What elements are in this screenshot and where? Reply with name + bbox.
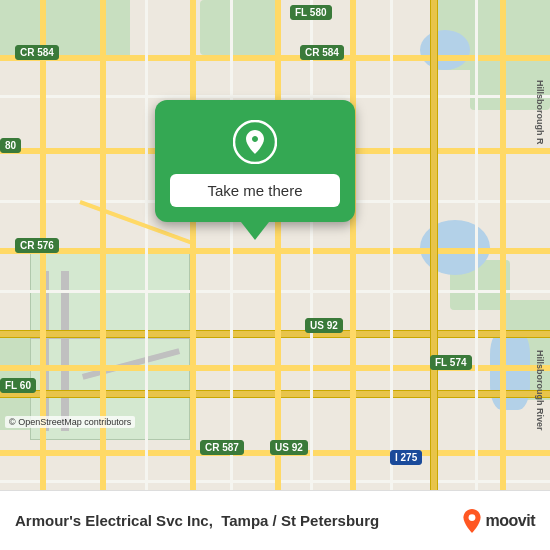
road-v5 (350, 0, 356, 490)
road-label-fl574: FL 574 (430, 355, 472, 370)
road-label-us92-right: US 92 (305, 318, 343, 333)
moovit-text: moovit (486, 512, 535, 530)
road-label-cr584-left: CR 584 (15, 45, 59, 60)
green-area (200, 0, 280, 55)
road-v4 (275, 0, 281, 490)
road-minor-v2 (230, 0, 233, 490)
road-label-fl60: FL 60 (0, 378, 36, 393)
take-me-there-button[interactable]: Take me there (170, 174, 340, 207)
road-label-i80: 80 (0, 138, 21, 153)
hillsborough-label-2: Hillsborough River (535, 350, 545, 431)
runway (61, 271, 69, 431)
road-v6 (500, 0, 506, 490)
road-minor-v4 (390, 0, 393, 490)
road-label-cr576: CR 576 (15, 238, 59, 253)
svg-point-1 (468, 514, 475, 521)
road-minor-v3 (310, 0, 313, 490)
business-location-text: Tampa / St Petersburg (221, 512, 379, 529)
road-i275 (430, 0, 438, 490)
water-area (420, 30, 470, 70)
runway (82, 348, 180, 380)
moovit-pin-icon (462, 509, 482, 533)
road-minor-v5 (475, 0, 478, 490)
business-name-text: Armour's Electrical Svc Inc (15, 512, 209, 529)
road-label-us92-bottom: US 92 (270, 440, 308, 455)
map-container: CR 584 CR 584 FL 580 80 FL 580 CR 576 US… (0, 0, 550, 490)
road-minor-v1 (145, 0, 148, 490)
business-name: Armour's Electrical Svc Inc, Tampa / St … (15, 512, 462, 529)
road-v3 (190, 0, 196, 490)
osm-attribution: © OpenStreetMap contributors (5, 416, 135, 428)
road-label-fl580-top: FL 580 (290, 5, 332, 20)
bottom-bar: Armour's Electrical Svc Inc, Tampa / St … (0, 490, 550, 550)
popup-card: Take me there (155, 100, 355, 222)
road-label-i275: I 275 (390, 450, 422, 465)
location-pin-icon (233, 120, 277, 164)
airport-area (30, 250, 190, 440)
moovit-logo: moovit (462, 509, 535, 533)
road-label-cr587: CR 587 (200, 440, 244, 455)
hillsborough-label: Hillsborough R (535, 80, 545, 145)
road-label-cr584-right: CR 584 (300, 45, 344, 60)
